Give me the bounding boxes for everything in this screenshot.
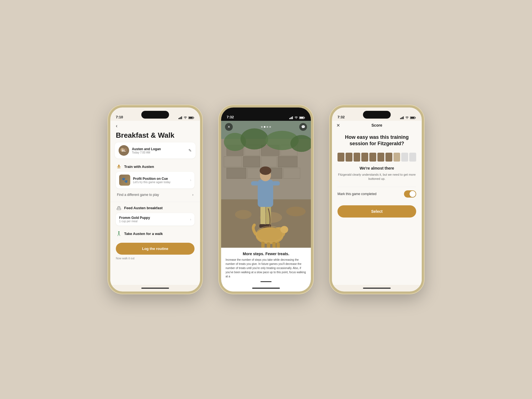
photo-heading: More steps. Fewer treats. bbox=[226, 252, 306, 256]
train-section: Train with Austen 🐾 Profit Position on C… bbox=[110, 162, 200, 201]
phone3-screen: ✕ Score How easy was this training sessi… bbox=[332, 121, 422, 285]
svg-rect-31 bbox=[261, 157, 277, 167]
svg-point-41 bbox=[235, 210, 252, 219]
photo-body: Increase the number of steps you take wh… bbox=[226, 258, 306, 278]
dynamic-island-3 bbox=[363, 111, 391, 119]
svg-rect-5 bbox=[194, 117, 194, 118]
status-time-2: 7:32 bbox=[227, 115, 234, 119]
svg-point-14 bbox=[118, 231, 120, 233]
page-dots bbox=[261, 126, 271, 128]
walk-icon bbox=[116, 231, 122, 237]
home-bar-1 bbox=[141, 288, 169, 289]
svg-rect-49 bbox=[251, 181, 259, 185]
toggle-switch[interactable] bbox=[404, 190, 416, 198]
svg-rect-29 bbox=[224, 157, 242, 167]
photo-overlay-top: ✕ 💬 bbox=[221, 123, 311, 131]
svg-rect-0 bbox=[178, 118, 179, 119]
game-text: Profit Position on Cue Let's try this ga… bbox=[133, 177, 170, 184]
score-seg-1 bbox=[337, 153, 344, 162]
dynamic-island-2 bbox=[252, 111, 280, 119]
score-seg-5 bbox=[369, 153, 376, 162]
different-game-link[interactable]: Find a different game to play › bbox=[116, 191, 195, 199]
svg-rect-62 bbox=[401, 117, 402, 119]
dot-3 bbox=[267, 126, 268, 128]
phone1-screen: ‹ Breakfast & Walk AL Austen and Logan T… bbox=[110, 121, 200, 285]
game-title: Profit Position on Cue bbox=[133, 177, 170, 181]
user-time: Today 7:00 AM bbox=[132, 151, 161, 154]
svg-rect-6 bbox=[189, 117, 193, 119]
mark-complete-row: Mark this game completed bbox=[337, 187, 416, 201]
link-chevron-icon: › bbox=[192, 193, 193, 197]
svg-rect-48 bbox=[258, 180, 273, 207]
food-amount: 1 cup per meal bbox=[119, 220, 150, 223]
status-icons-3 bbox=[400, 116, 416, 119]
svg-rect-64 bbox=[403, 116, 404, 119]
svg-rect-50 bbox=[272, 181, 280, 185]
feed-icon bbox=[116, 205, 122, 211]
score-label: We're almost there bbox=[337, 166, 416, 170]
status-icons-2 bbox=[289, 116, 305, 119]
score-seg-9 bbox=[401, 153, 408, 162]
walk-sub: Now walk it out bbox=[110, 256, 200, 261]
back-button[interactable]: ‹ bbox=[116, 123, 195, 129]
svg-rect-66 bbox=[415, 117, 416, 118]
svg-rect-17 bbox=[291, 117, 292, 119]
score-question: How easy was this training session for F… bbox=[337, 134, 416, 147]
svg-rect-3 bbox=[181, 116, 182, 119]
score-sublabel: Fitzgerald clearly understands it, but w… bbox=[337, 173, 416, 181]
close-button-2[interactable]: ✕ bbox=[225, 123, 233, 131]
score-bar[interactable] bbox=[337, 153, 416, 162]
photo-area: ✕ 💬 bbox=[221, 121, 311, 248]
dot-4 bbox=[269, 126, 271, 128]
walk-label-text: Take Austen for a walk bbox=[124, 232, 163, 236]
dot-1 bbox=[261, 126, 263, 128]
svg-rect-15 bbox=[289, 118, 290, 119]
svg-text:AL: AL bbox=[122, 149, 126, 152]
home-indicator-2 bbox=[221, 285, 311, 291]
status-time-3: 7:32 bbox=[337, 115, 345, 119]
avatar: AL bbox=[119, 145, 129, 156]
wifi-icon-1 bbox=[183, 116, 187, 119]
train-label-text: Train with Austen bbox=[124, 165, 154, 169]
score-seg-6 bbox=[377, 153, 384, 162]
svg-rect-1 bbox=[180, 117, 180, 119]
svg-rect-63 bbox=[402, 117, 403, 119]
svg-rect-16 bbox=[290, 117, 291, 119]
feed-section: Feed Austen breakfast Fromm Gold Puppy 1… bbox=[110, 203, 200, 229]
divider-1 bbox=[110, 202, 200, 202]
svg-rect-20 bbox=[305, 117, 305, 118]
battery-icon-1 bbox=[188, 116, 195, 119]
food-chevron-icon: › bbox=[190, 218, 191, 221]
close-button-3[interactable]: ✕ bbox=[336, 123, 340, 128]
svg-rect-30 bbox=[243, 157, 260, 167]
dynamic-island-1 bbox=[141, 111, 169, 119]
home-indicator-3 bbox=[332, 285, 422, 291]
toggle-knob bbox=[410, 191, 416, 197]
wifi-icon-3 bbox=[405, 116, 409, 119]
score-title: Score bbox=[372, 123, 382, 127]
photo-bottom-panel: More steps. Fewer treats. Increase the n… bbox=[221, 248, 311, 285]
log-routine-button[interactable]: Log the routine bbox=[116, 243, 195, 255]
food-text: Fromm Gold Puppy 1 cup per meal bbox=[119, 216, 150, 223]
phone1-header: ‹ bbox=[110, 121, 200, 130]
score-header: ✕ Score bbox=[332, 121, 422, 130]
svg-rect-57 bbox=[267, 242, 270, 248]
phone-1: 7:10 ‹ Breakfast & Walk bbox=[108, 105, 202, 294]
food-card[interactable]: Fromm Gold Puppy 1 cup per meal › bbox=[116, 213, 195, 226]
edit-icon[interactable]: ✎ bbox=[188, 148, 192, 153]
select-button[interactable]: Select bbox=[337, 205, 416, 218]
battery-icon-2 bbox=[299, 116, 305, 119]
game-card[interactable]: 🐾 Profit Position on Cue Let's try this … bbox=[116, 172, 195, 188]
svg-rect-44 bbox=[260, 205, 265, 226]
phone-3: 7:32 ✕ Score How bbox=[330, 105, 424, 294]
mark-label: Mark this game completed bbox=[337, 192, 377, 196]
score-seg-10 bbox=[409, 153, 416, 162]
user-card[interactable]: AL Austen and Logan Today 7:00 AM ✎ bbox=[115, 142, 196, 158]
home-bar-3 bbox=[363, 288, 391, 289]
page-title-1: Breakfast & Walk bbox=[110, 130, 200, 142]
user-info: AL Austen and Logan Today 7:00 AM bbox=[119, 145, 161, 156]
photo-scene bbox=[221, 121, 311, 248]
chat-icon[interactable]: 💬 bbox=[299, 123, 307, 131]
home-bar-2 bbox=[252, 288, 280, 289]
svg-rect-21 bbox=[300, 117, 304, 119]
